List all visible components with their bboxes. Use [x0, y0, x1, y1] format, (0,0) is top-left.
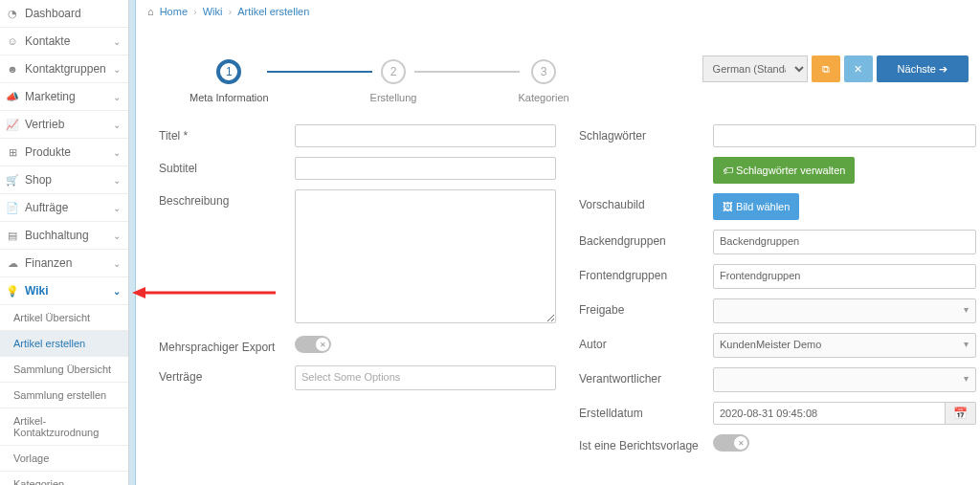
next-button[interactable]: Nächste ➔ — [877, 55, 969, 82]
gauge-icon: ◔ — [6, 8, 19, 20]
label-subtitel: Subtitel — [159, 157, 295, 175]
manage-tags-button[interactable]: 🏷 Schlagwörter verwalten — [713, 157, 855, 184]
sidebar-label: Kontaktgruppen — [25, 62, 106, 76]
step-meta[interactable]: 1 Meta Information — [189, 59, 269, 103]
breadcrumb-sep: › — [228, 6, 232, 17]
sub-artikel-uebersicht[interactable]: Artikel Übersicht — [0, 305, 128, 331]
sub-sammlung-erstellen[interactable]: Sammlung erstellen — [0, 383, 128, 408]
sidebar-shop[interactable]: 🛒Shop⌄ — [0, 166, 128, 194]
chevron-up-icon: ⌄ — [113, 286, 121, 297]
sidebar-buchhaltung[interactable]: ▤Buchhaltung⌄ — [0, 222, 128, 250]
textarea-beschreibung[interactable] — [295, 189, 556, 323]
select-freigabe[interactable] — [713, 298, 976, 323]
step-connector — [414, 71, 520, 73]
label-schlagwoerter: Schlagwörter — [579, 124, 713, 143]
sidebar-kontakte[interactable]: ☺Kontakte⌄ — [0, 28, 128, 55]
select-backendgruppen[interactable]: Backendgruppen — [713, 230, 976, 254]
step-label: Kategorien — [518, 92, 568, 103]
breadcrumb-wiki[interactable]: Wiki — [203, 6, 223, 17]
chevron-down-icon: ⌄ — [113, 120, 121, 130]
delete-button[interactable]: ✕ — [844, 55, 873, 82]
select-vertraege[interactable]: Select Some Options — [295, 365, 556, 390]
close-icon: ✕ — [854, 63, 862, 76]
step-number: 3 — [531, 59, 556, 84]
sidebar-label: Produkte — [25, 145, 71, 159]
sidebar-label: Aufträge — [25, 201, 68, 214]
input-subtitel[interactable] — [295, 157, 556, 180]
calendar-icon: 📅 — [953, 407, 968, 420]
label-beschreibung: Beschreibung — [159, 189, 295, 208]
step-erstellung[interactable]: 2 Erstellung — [370, 59, 417, 103]
sidebar-auftraege[interactable]: 📄Aufträge⌄ — [0, 194, 128, 222]
bullhorn-icon: 📣 — [6, 91, 19, 103]
sidebar-label: Dashboard — [25, 7, 81, 20]
chevron-down-icon: ⌄ — [113, 36, 121, 47]
book-icon: ▤ — [6, 230, 19, 242]
sidebar-label: Buchhaltung — [25, 229, 89, 242]
button-label: Bild wählen — [736, 201, 790, 212]
step-connector — [267, 71, 372, 73]
sidebar-produkte[interactable]: ⊞Produkte⌄ — [0, 139, 128, 166]
tag-icon: 🏷 — [723, 165, 733, 176]
label-verantwortlicher: Verantwortlicher — [579, 367, 713, 386]
breadcrumb-sep: › — [193, 6, 197, 17]
action-bar: German (Standard) ⧉ ✕ Nächste ➔ — [702, 33, 976, 82]
breadcrumb-home[interactable]: Home — [160, 6, 188, 17]
input-erstelldatum[interactable] — [713, 402, 946, 425]
cart-icon: 🛒 — [6, 174, 19, 187]
chevron-down-icon: ⌄ — [113, 147, 121, 158]
sidebar-kontaktgruppen[interactable]: ☻Kontaktgruppen⌄ — [0, 55, 128, 83]
sidebar: ◔Dashboard ☺Kontakte⌄ ☻Kontaktgruppen⌄ 📣… — [0, 0, 129, 485]
sidebar-finanzen[interactable]: ☁Finanzen⌄ — [0, 250, 128, 277]
select-autor[interactable]: KundenMeister Demo — [713, 333, 976, 358]
sidebar-label: Vertrieb — [25, 118, 64, 131]
label-frontendgruppen: Frontendgruppen — [579, 264, 713, 282]
sidebar-marketing[interactable]: 📣Marketing⌄ — [0, 83, 128, 111]
copy-icon: ⧉ — [822, 63, 830, 76]
sub-artikel-erstellen[interactable]: Artikel erstellen — [0, 331, 128, 357]
label-erstelldatum: Erstelldatum — [579, 402, 713, 420]
language-select[interactable]: German (Standard) — [702, 55, 808, 82]
chevron-down-icon: ⌄ — [113, 258, 121, 269]
step-label: Meta Information — [189, 92, 269, 103]
chevron-down-icon: ⌄ — [113, 64, 121, 75]
choose-image-button[interactable]: 🖼 Bild wählen — [713, 193, 799, 220]
label-blank — [579, 157, 713, 162]
label-backendgruppen: Backendgruppen — [579, 230, 713, 248]
sidebar-label: Shop — [25, 173, 52, 187]
chevron-down-icon: ⌄ — [113, 92, 121, 102]
label-freigabe: Freigabe — [579, 298, 713, 317]
sidebar-vertrieb[interactable]: 📈Vertrieb⌄ — [0, 111, 128, 139]
form-left-column: Titel * Subtitel Beschreibung Mehrsprach… — [159, 124, 556, 464]
label-berichtsvorlage: Ist eine Berichtsvorlage — [579, 434, 713, 452]
label-mehrsprachig: Mehrsprachiger Export — [159, 336, 295, 354]
sidebar-wiki[interactable]: 💡Wiki⌄ — [0, 277, 128, 305]
sidebar-dashboard[interactable]: ◔Dashboard — [0, 0, 128, 28]
toggle-mehrsprachig[interactable] — [295, 336, 331, 353]
copy-button[interactable]: ⧉ — [812, 55, 840, 82]
chevron-down-icon: ⌄ — [113, 231, 121, 241]
sidebar-label: Finanzen — [25, 256, 72, 270]
step-kategorien[interactable]: 3 Kategorien — [518, 59, 568, 103]
sidebar-label: Wiki — [25, 284, 49, 298]
image-icon: 🖼 — [723, 201, 733, 212]
breadcrumb-current: Artikel erstellen — [237, 6, 309, 17]
sub-kategorien[interactable]: Kategorien — [0, 472, 128, 485]
select-verantwortlicher[interactable] — [713, 367, 976, 392]
calendar-button[interactable]: 📅 — [946, 402, 976, 425]
sub-vorlage[interactable]: Vorlage — [0, 446, 128, 472]
label-titel: Titel * — [159, 124, 295, 143]
sub-sammlung-uebersicht[interactable]: Sammlung Übersicht — [0, 357, 128, 383]
chevron-down-icon: ⌄ — [113, 203, 121, 213]
input-schlagwoerter[interactable] — [713, 124, 976, 147]
user-icon: ☺ — [6, 35, 19, 47]
bulb-icon: 💡 — [6, 285, 19, 298]
wizard-steps: 1 Meta Information 2 Erstellung 3 Katego… — [159, 33, 702, 103]
select-frontendgruppen[interactable]: Frontendgruppen — [713, 264, 976, 289]
form-right-column: Schlagwörter 🏷 Schlagwörter verwalten Vo… — [579, 124, 976, 464]
input-titel[interactable] — [295, 124, 556, 147]
sidebar-resize-handle[interactable] — [129, 0, 136, 485]
toggle-berichtsvorlage[interactable] — [713, 434, 749, 452]
sub-artikel-kontaktzuordnung[interactable]: Artikel-Kontaktzurodnung — [0, 408, 128, 446]
home-icon: ⌂ — [147, 6, 154, 17]
